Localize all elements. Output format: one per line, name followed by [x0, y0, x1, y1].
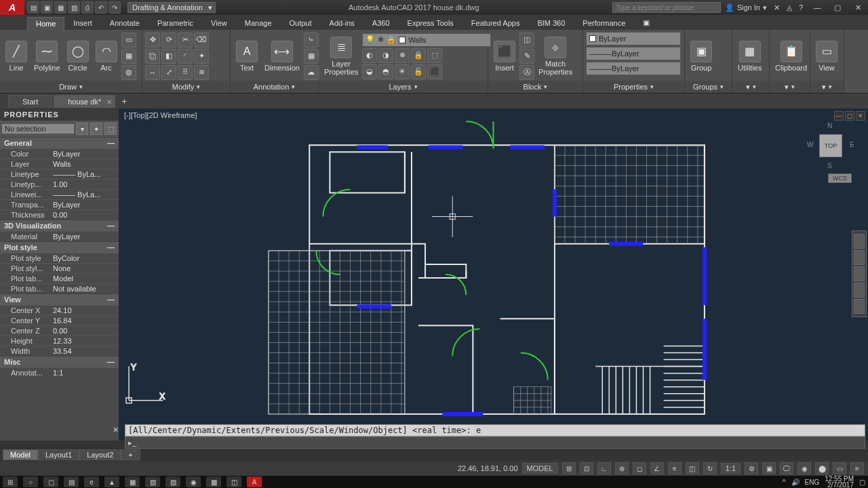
tab-featuredapps[interactable]: Featured Apps [462, 16, 529, 30]
cleanscreen-icon[interactable]: ▭ [833, 462, 846, 474]
layer-on-icon[interactable]: ◒ [362, 64, 377, 79]
prop-value[interactable]: 1.00 [53, 180, 119, 188]
layer-iso-icon[interactable]: ◑ [378, 48, 393, 63]
circle-button[interactable]: ◯Circle [64, 39, 92, 73]
layer-uniso-icon[interactable]: ◓ [378, 64, 393, 79]
prop-value[interactable]: 33.54 [53, 347, 119, 355]
prop-row[interactable]: Center Y16.84 [0, 315, 119, 325]
prop-row[interactable]: Center X24.10 [0, 305, 119, 315]
prop-row[interactable]: Width33.54 [0, 346, 119, 356]
clipboard-panel-title[interactable]: ▾ [770, 81, 810, 93]
rectangle-icon[interactable]: ▭ [121, 33, 136, 47]
close-button[interactable]: ✕ [848, 1, 868, 14]
app-logo[interactable]: A [0, 0, 24, 15]
notifications-icon[interactable]: ▢ [859, 479, 865, 486]
qat-open-icon[interactable]: ▣ [41, 1, 53, 14]
workspace-dropdown[interactable]: Drafting & Annotation [127, 2, 216, 13]
prop-row[interactable]: Plot styl...None [0, 263, 119, 273]
pickadd-icon[interactable]: ✦ [90, 123, 102, 135]
app1-icon[interactable]: ▦ [125, 476, 140, 487]
tab-manage[interactable]: Manage [236, 16, 281, 30]
file-tab-drawing[interactable]: house dk*✕ [54, 95, 115, 108]
tab-bim360[interactable]: BIM 360 [528, 16, 574, 30]
qat-undo-icon[interactable]: ↶ [95, 1, 107, 14]
layer-frz-icon[interactable]: ❄ [395, 48, 410, 63]
qat-save-icon[interactable]: ▦ [54, 1, 66, 14]
viewcube-north[interactable]: N [827, 122, 832, 129]
prop-category[interactable]: Misc— [0, 356, 119, 367]
tab-a360[interactable]: A360 [363, 16, 399, 30]
tab-annotate[interactable]: Annotate [101, 16, 149, 30]
tab-addins[interactable]: Add-ins [321, 16, 363, 30]
prop-value[interactable]: Model [53, 274, 119, 283]
clipboard-button[interactable]: 📋Clipboard [772, 39, 810, 73]
tab-home[interactable]: Home [27, 17, 64, 30]
gear-icon[interactable]: ⚙ [745, 462, 758, 474]
annotation-scale[interactable]: 1:1 [721, 463, 741, 474]
maximize-button[interactable]: ▢ [827, 1, 848, 14]
selectobj-icon[interactable]: ⬚ [104, 123, 117, 135]
prop-value[interactable]: 16.84 [53, 317, 119, 325]
grid-toggle-icon[interactable]: ⊞ [562, 462, 576, 474]
layout-tab-add[interactable]: + [121, 449, 140, 460]
prop-category[interactable]: 3D Visualization— [0, 220, 119, 231]
tab-output[interactable]: Output [281, 16, 321, 30]
prop-value[interactable]: ByColor [53, 254, 119, 262]
move-icon[interactable]: ✥ [145, 33, 160, 47]
layers-panel-title[interactable]: Layers [319, 81, 488, 93]
prop-row[interactable]: Linetyp...1.00 [0, 179, 119, 189]
edge-icon[interactable]: e [84, 476, 99, 487]
signin-button[interactable]: 👤 Sign In ▾ [725, 3, 767, 12]
groups-panel-title[interactable]: Groups [685, 81, 732, 93]
exchange-icon[interactable]: ✕ [774, 3, 780, 12]
layer-match-icon[interactable]: ⬚ [427, 48, 442, 63]
prop-row[interactable]: Annotat...1:1 [0, 367, 119, 378]
prop-value[interactable]: 0.00 [53, 327, 119, 335]
qat-redo-icon[interactable]: ↷ [108, 1, 121, 14]
leader-icon[interactable]: ⤷ [304, 33, 319, 47]
prop-value[interactable]: 0.00 [53, 211, 119, 219]
prop-value[interactable]: ByLayer [53, 201, 119, 209]
offset-icon[interactable]: ≋ [194, 65, 209, 80]
cloud-icon[interactable]: ☁ [304, 65, 319, 80]
arc-button[interactable]: ◠Arc [93, 39, 120, 73]
close-icon[interactable]: ✕ [106, 98, 112, 106]
layer-state-icon[interactable]: ⬛ [427, 64, 442, 79]
layer-properties-button[interactable]: ≣Layer Properties [321, 35, 361, 77]
view-button[interactable]: ▭View [813, 39, 840, 73]
taskview-icon[interactable]: ▢ [43, 476, 58, 487]
layout-tab-model[interactable]: Model [3, 449, 38, 460]
explode-icon[interactable]: ✦ [194, 49, 209, 64]
qat-plot-icon[interactable]: ⎙ [81, 1, 94, 14]
prop-category[interactable]: General— [0, 137, 119, 148]
prop-value[interactable]: 12.33 [53, 337, 119, 345]
match-properties-button[interactable]: ⟐Match Properties [536, 35, 575, 77]
customize-icon[interactable]: ≡ [850, 462, 864, 474]
viewcube[interactable]: N S E W TOP [807, 122, 854, 169]
prop-value[interactable]: ByLayer [53, 150, 119, 158]
prop-row[interactable]: MaterialByLayer [0, 231, 119, 241]
text-button[interactable]: AText [233, 39, 260, 73]
vlc-icon[interactable]: ▲ [104, 476, 119, 487]
prop-row[interactable]: Thickness0.00 [0, 209, 119, 220]
trim-icon[interactable]: ✂ [178, 33, 193, 47]
space-toggle[interactable]: MODEL [522, 463, 558, 474]
autocad-taskbar-icon[interactable]: A [247, 476, 262, 487]
utilities-button[interactable]: ▦Utilities [735, 39, 764, 73]
current-layer-dropdown[interactable]: 💡 ❄ 🔒 Walls [362, 33, 491, 47]
prop-value[interactable]: ByLayer [53, 232, 119, 241]
drawing-viewport[interactable]: [-][Top][2D Wireframe] — ▢ ✕ [119, 108, 868, 441]
line-button[interactable]: ╱Line [3, 39, 30, 73]
layout-tab-layout2[interactable]: Layout2 [79, 449, 121, 460]
otrack-toggle-icon[interactable]: ∠ [650, 462, 664, 474]
infocenter-search[interactable]: Type a keyword or phrase [612, 2, 721, 13]
prop-row[interactable]: Plot styleByColor [0, 253, 119, 263]
layout-tab-layout1[interactable]: Layout1 [38, 449, 79, 460]
workspace-icon[interactable]: ▣ [762, 462, 776, 474]
ribbon-extra-icon[interactable]: ▣ [634, 16, 658, 30]
new-file-tab[interactable]: + [117, 95, 132, 107]
prop-row[interactable]: Center Z0.00 [0, 325, 119, 336]
hardware-icon[interactable]: ⬤ [815, 462, 829, 474]
prop-category[interactable]: Plot style— [0, 241, 119, 253]
app2-icon[interactable]: ▧ [145, 476, 160, 487]
